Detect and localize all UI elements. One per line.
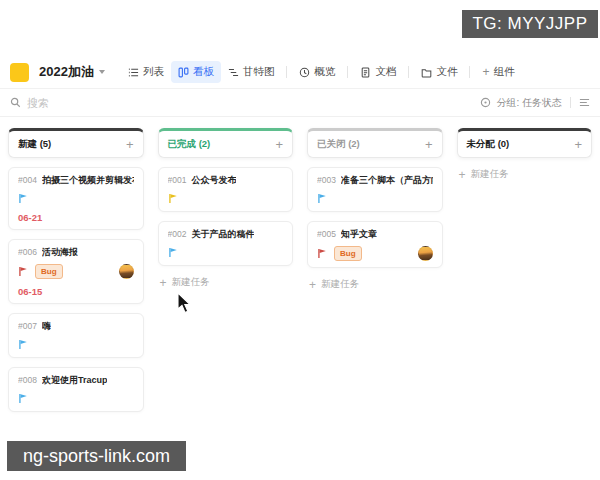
task-title: 欢迎使用Tracup [42,374,108,386]
column-header[interactable]: 新建 (5)+ [8,128,144,158]
priority-flag-icon [18,266,28,277]
toolbar-divider [570,97,571,108]
group-by-label: 分组: 任务状态 [496,96,562,110]
column-header[interactable]: 已完成 (2)+ [158,128,294,158]
assignee-avatar [418,246,433,261]
task-title: 知乎文章 [341,228,377,240]
tab-overview[interactable]: 概览 [292,61,342,83]
column-title: 新建 (5) [18,138,51,151]
task-card[interactable]: #004拍摄三个视频并剪辑发布06-21 [8,167,144,230]
tab-label: 概览 [314,65,335,79]
add-task-label: 新建任务 [471,168,509,181]
assignee-avatar [119,264,134,279]
task-id: #002 [168,229,187,239]
kanban-icon [178,67,189,78]
column-title: 已关闭 (2) [317,138,360,151]
task-card[interactable]: #007嗨 [8,313,144,358]
project-title[interactable]: 2022加油 [39,63,94,81]
group-icon [480,97,491,108]
overview-icon [299,67,310,78]
gantt-icon [228,67,239,78]
search-input[interactable] [27,97,227,109]
board-toolbar: 分组: 任务状态 [0,89,600,117]
chevron-down-icon[interactable] [99,70,105,74]
tab-label: 组件 [493,65,514,79]
task-id: #001 [168,175,187,185]
task-card[interactable]: #002关于产品的稿件 [158,221,294,266]
tab-label: 甘特图 [243,65,275,79]
add-task-label: 新建任务 [172,276,210,289]
task-card[interactable]: #001公众号发布 [158,167,294,212]
view-settings-icon[interactable] [579,97,590,108]
add-task-button[interactable]: +新建任务 [457,168,593,181]
tab-kanban[interactable]: 看板 [171,61,221,83]
docs-icon [360,67,371,78]
task-title: 准备三个脚本（产品方向） [341,174,433,186]
task-title: 公众号发布 [191,174,236,186]
task-title: 活动海报 [42,246,78,258]
priority-flag-icon [168,193,178,204]
tab-divider [347,66,348,78]
add-card-icon[interactable]: + [574,138,582,151]
task-card[interactable]: #005知乎文章Bug [307,221,443,268]
tab-widget[interactable]: +组件 [475,61,521,83]
column-header[interactable]: 未分配 (0)+ [457,128,593,158]
bug-tag: Bug [35,264,63,279]
task-id: #005 [317,229,336,239]
priority-flag-icon [18,393,28,404]
tab-divider [469,66,470,78]
tab-divider [286,66,287,78]
search-box [10,97,227,109]
plus-icon: + [309,279,316,291]
tab-label: 文档 [375,65,396,79]
add-card-icon[interactable]: + [126,138,134,151]
task-card[interactable]: #006活动海报Bug06-15 [8,239,144,304]
tab-label: 列表 [143,65,164,79]
files-icon [421,67,432,78]
task-id: #003 [317,175,336,185]
tab-bar: 列表看板甘特图概览文档文件+组件 [121,61,522,83]
group-by-control[interactable]: 分组: 任务状态 [480,96,562,110]
column-new: 新建 (5)+#004拍摄三个视频并剪辑发布06-21#006活动海报Bug06… [8,128,144,412]
project-logo[interactable] [10,63,29,82]
task-id: #008 [18,375,37,385]
task-card[interactable]: #003准备三个脚本（产品方向） [307,167,443,212]
column-title: 已完成 (2) [168,138,211,151]
task-title: 拍摄三个视频并剪辑发布 [42,174,134,186]
column-title: 未分配 (0) [467,138,510,151]
priority-flag-icon [18,193,28,204]
tab-label: 看板 [193,65,214,79]
list-icon [128,67,139,78]
task-id: #006 [18,247,37,257]
tab-gantt[interactable]: 甘特图 [221,61,282,83]
add-card-icon[interactable]: + [275,138,283,151]
tab-files[interactable]: 文件 [414,61,464,83]
add-card-icon[interactable]: + [425,138,433,151]
project-header: 2022加油 列表看板甘特图概览文档文件+组件 [0,56,600,89]
column-header[interactable]: 已关闭 (2)+ [307,128,443,158]
add-task-button[interactable]: +新建任务 [307,278,443,291]
tab-divider [408,66,409,78]
watermark-domain: ng-sports-link.com [7,441,186,471]
tab-list[interactable]: 列表 [121,61,171,83]
kanban-board: 新建 (5)+#004拍摄三个视频并剪辑发布06-21#006活动海报Bug06… [0,118,600,480]
plus-icon: + [160,277,167,289]
due-date: 06-21 [18,212,134,223]
watermark-telegram: TG: MYYJJPP [462,10,598,38]
task-title: 嗨 [42,320,51,332]
task-card[interactable]: #008欢迎使用Tracup [8,367,144,412]
task-id: #004 [18,175,37,185]
task-id: #007 [18,321,37,331]
priority-flag-icon [168,247,178,258]
add-task-button[interactable]: +新建任务 [158,276,294,289]
tab-docs[interactable]: 文档 [353,61,403,83]
column-unassigned: 未分配 (0)++新建任务 [457,128,593,181]
priority-flag-icon [317,193,327,204]
column-closed: 已关闭 (2)+#003准备三个脚本（产品方向）#005知乎文章Bug+新建任务 [307,128,443,291]
search-icon [10,97,21,108]
column-done: 已完成 (2)+#001公众号发布#002关于产品的稿件+新建任务 [158,128,294,289]
priority-flag-icon [317,248,327,259]
plus-icon: + [482,66,489,78]
bug-tag: Bug [334,246,362,261]
mouse-cursor [177,292,193,314]
